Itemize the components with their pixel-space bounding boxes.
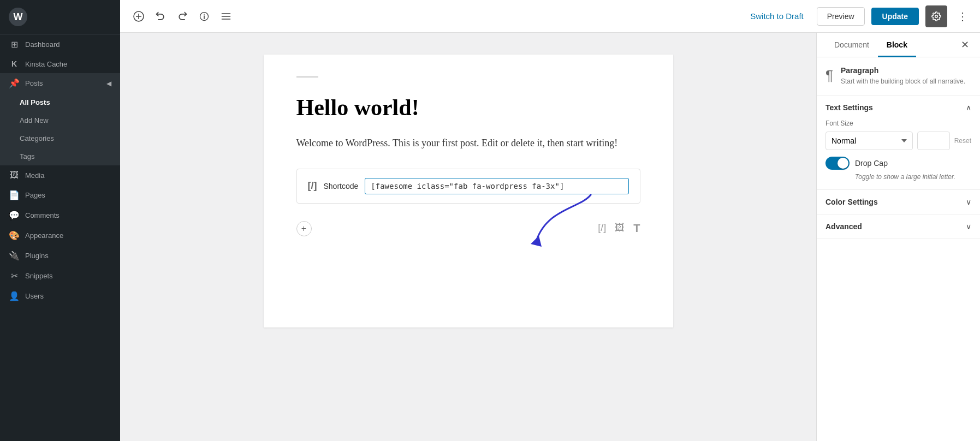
- update-button[interactable]: Update: [871, 8, 919, 25]
- dashboard-icon: ⊞: [9, 39, 20, 50]
- categories-label: Categories: [20, 134, 54, 142]
- snippets-icon: ✂: [9, 271, 20, 281]
- sidebar-item-plugins[interactable]: 🔌 Plugins: [0, 246, 120, 266]
- posts-icon: 📌: [9, 78, 20, 88]
- sidebar-item-comments[interactable]: 💬 Comments: [0, 205, 120, 225]
- users-icon: 👤: [9, 291, 20, 301]
- color-settings-title: Color Settings: [825, 198, 878, 206]
- media-icon: 🖼: [9, 170, 20, 180]
- sidebar-item-label: Posts: [25, 79, 43, 87]
- add-block-topbar-button[interactable]: [129, 7, 149, 26]
- appearance-icon: 🎨: [9, 230, 20, 241]
- shortcode-label: Shortcode: [324, 182, 359, 190]
- topbar-right: Switch to Draft Preview Update ⋮: [744, 5, 971, 27]
- advanced-section: Advanced ∨: [817, 214, 980, 239]
- topbar-left: [129, 7, 236, 26]
- sidebar-item-categories[interactable]: Categories: [0, 129, 120, 147]
- font-size-row: Small Normal Medium Large Huge Reset: [825, 132, 971, 150]
- text-type-icon[interactable]: T: [633, 222, 640, 235]
- sidebar-item-posts[interactable]: 📌 Posts ◀: [0, 73, 120, 93]
- sidebar-item-label: Snippets: [25, 272, 53, 280]
- drop-cap-toggle[interactable]: [825, 157, 850, 170]
- font-size-setting: Font Size Small Normal Medium Large Huge…: [825, 120, 971, 150]
- shortcode-bracket-icon: [/]: [308, 180, 317, 192]
- main-area: Switch to Draft Preview Update ⋮ Hello w…: [120, 0, 980, 441]
- posts-arrow-icon: ◀: [106, 80, 111, 87]
- sidebar-item-label: Users: [25, 292, 44, 300]
- add-new-label: Add New: [20, 116, 49, 124]
- panel-tabs: Document Block ✕: [817, 33, 980, 57]
- advanced-title: Advanced: [825, 222, 862, 231]
- drop-cap-hint: Toggle to show a large initial letter.: [825, 173, 971, 181]
- paragraph-block-icon: ¶: [825, 67, 833, 84]
- preview-button[interactable]: Preview: [817, 7, 865, 26]
- sidebar-item-media[interactable]: 🖼 Media: [0, 165, 120, 185]
- font-size-input[interactable]: [917, 132, 950, 150]
- shortcode-input[interactable]: [365, 178, 628, 194]
- svg-marker-9: [531, 236, 542, 247]
- block-info: ¶ Paragraph Start with the building bloc…: [817, 57, 980, 96]
- sidebar-logo: W: [0, 0, 120, 34]
- add-block-bottom-button[interactable]: +: [296, 221, 312, 236]
- shortcode-type-icon[interactable]: [/]: [598, 222, 606, 235]
- font-size-select[interactable]: Small Normal Medium Large Huge: [825, 132, 913, 150]
- plugins-icon: 🔌: [9, 251, 20, 261]
- sidebar-item-tags[interactable]: Tags: [0, 147, 120, 165]
- color-settings-header[interactable]: Color Settings ∨: [817, 190, 980, 214]
- text-settings-title: Text Settings: [825, 103, 873, 112]
- advanced-chevron-icon: ∨: [966, 222, 971, 231]
- drop-cap-label: Drop Cap: [855, 159, 888, 168]
- block-type-icons: [/] 🖼 T: [598, 222, 640, 235]
- editor-divider: [296, 76, 318, 78]
- sidebar-item-kinsta-cache[interactable]: K Kinsta Cache: [0, 55, 120, 73]
- text-settings-body: Font Size Small Normal Medium Large Huge…: [817, 120, 980, 189]
- sidebar-item-label: Comments: [25, 211, 60, 219]
- more-options-button[interactable]: ⋮: [954, 8, 971, 25]
- sidebar-item-all-posts[interactable]: All Posts: [0, 93, 120, 111]
- panel-close-button[interactable]: ✕: [959, 37, 971, 53]
- settings-button[interactable]: [925, 5, 947, 27]
- info-button[interactable]: [194, 7, 214, 26]
- shortcode-block: [/] Shortcode: [296, 169, 640, 204]
- wp-logo-icon: W: [9, 8, 27, 26]
- sidebar-item-appearance[interactable]: 🎨 Appearance: [0, 225, 120, 246]
- editor-content: Hello world! Welcome to WordPress. This …: [264, 55, 673, 327]
- image-type-icon[interactable]: 🖼: [615, 222, 625, 235]
- sidebar-item-label: Kinsta Cache: [25, 60, 67, 68]
- sidebar-item-users[interactable]: 👤 Users: [0, 286, 120, 306]
- post-title[interactable]: Hello world!: [296, 94, 640, 121]
- sidebar-item-dashboard[interactable]: ⊞ Dashboard: [0, 34, 120, 55]
- text-settings-section: Text Settings ∧ Font Size Small Normal M…: [817, 96, 980, 190]
- post-body[interactable]: Welcome to WordPress. This is your first…: [296, 134, 640, 152]
- posts-submenu: All Posts Add New Categories Tags: [0, 93, 120, 165]
- color-settings-chevron-icon: ∨: [966, 198, 971, 206]
- svg-point-5: [204, 14, 205, 15]
- editor-area: Hello world! Welcome to WordPress. This …: [120, 33, 980, 441]
- text-settings-header[interactable]: Text Settings ∧: [817, 96, 980, 120]
- drop-cap-row: Drop Cap: [825, 157, 971, 170]
- all-posts-label: All Posts: [20, 98, 50, 106]
- advanced-header[interactable]: Advanced ∨: [817, 214, 980, 239]
- sidebar-item-add-new[interactable]: Add New: [0, 111, 120, 129]
- undo-button[interactable]: [151, 7, 170, 26]
- tab-document[interactable]: Document: [825, 33, 878, 57]
- sidebar-item-label: Dashboard: [25, 40, 60, 49]
- sidebar-item-label: Plugins: [25, 252, 49, 260]
- tags-label: Tags: [20, 152, 34, 160]
- sidebar-item-snippets[interactable]: ✂ Snippets: [0, 266, 120, 286]
- text-settings-chevron-icon: ∧: [966, 103, 971, 112]
- switch-to-draft-button[interactable]: Switch to Draft: [744, 8, 810, 24]
- redo-button[interactable]: [173, 7, 192, 26]
- block-description: Start with the building block of all nar…: [841, 77, 965, 86]
- sidebar-item-pages[interactable]: 📄 Pages: [0, 185, 120, 205]
- color-settings-section: Color Settings ∨: [817, 190, 980, 214]
- kinsta-icon: K: [9, 59, 20, 68]
- sidebar-item-label: Media: [25, 171, 44, 180]
- list-view-button[interactable]: [216, 7, 236, 26]
- sidebar-item-label: Pages: [25, 191, 45, 199]
- topbar: Switch to Draft Preview Update ⋮: [120, 0, 980, 33]
- pages-icon: 📄: [9, 190, 20, 200]
- reset-font-size-button[interactable]: Reset: [954, 137, 971, 145]
- sidebar: W ⊞ Dashboard K Kinsta Cache 📌 Posts ◀ A…: [0, 0, 120, 441]
- tab-block[interactable]: Block: [878, 33, 916, 57]
